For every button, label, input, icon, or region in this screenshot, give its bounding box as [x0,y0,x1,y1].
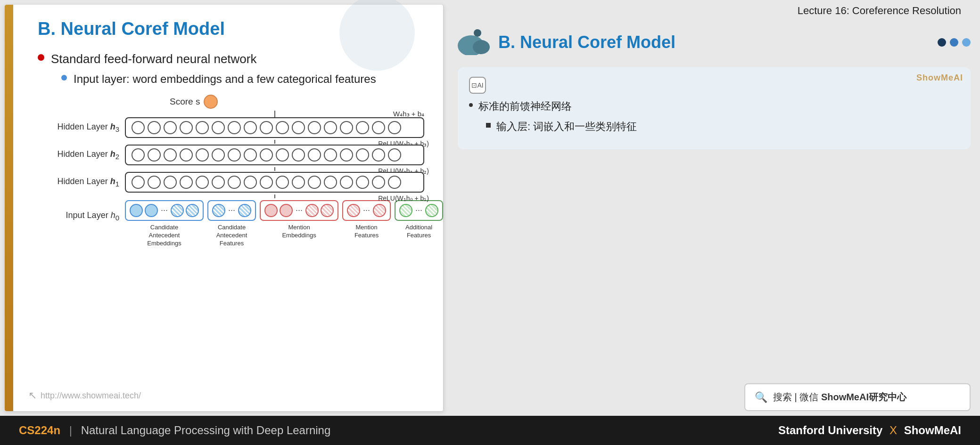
node [212,176,225,189]
node [372,121,385,134]
node [388,176,401,189]
node [132,176,145,189]
node-hatch-blue [186,204,199,217]
node [244,148,257,162]
node [228,121,241,134]
trans-text-1: 标准的前馈神经网络 [478,99,572,114]
node-hatch-green [425,204,438,217]
bullet-blue-dot [61,75,67,81]
node [308,176,321,189]
node-hatch-green [399,204,412,217]
node [228,148,241,162]
search-box[interactable]: 🔍 搜索 | 微信 ShowMeAI研究中心 [744,383,971,411]
lecture-title: Lecture 16: Coreference Resolution [458,5,971,17]
search-icon: 🔍 [755,391,767,404]
node-hatch-pink [347,204,360,217]
nn-diagram: Score s W₄h₃ + b₄ Hidden Layer h3 [38,95,424,248]
footer-left: CS224n | Natural Language Processing wit… [19,424,330,437]
node [180,121,193,134]
layer2-nodes [125,145,424,165]
input-group-4: ··· MentionFeatures [342,200,391,248]
node [356,148,369,162]
search-placeholder: 搜索 | 微信 ShowMeAI研究中心 [773,391,906,404]
node [212,121,225,134]
url-area: ↖ http://www.showmeai.tech/ [28,389,141,402]
node [292,176,305,189]
dots: ··· [415,205,422,215]
dots: ··· [161,205,168,215]
node [196,176,209,189]
node [340,121,353,134]
dots: ··· [296,205,303,215]
right-card-title: B. Neural Coref Model [498,32,675,52]
footer-right: Stanford University X ShowMeAI [778,424,961,437]
input-group-1: ··· CandidateAntecedentEmbeddings [125,200,204,248]
node [164,148,177,162]
node [164,121,177,134]
right-card-header: B. Neural Coref Model [458,24,971,60]
node [292,121,305,134]
node [276,121,289,134]
footer-brand: ShowMeAI [904,424,961,437]
node [276,148,289,162]
node [244,176,257,189]
translation-card: ⊡AI ShowMeAI 标准的前馈神经网络 输入层: 词嵌入和一些类别特征 [458,67,971,149]
bullet-red-dot [38,54,44,61]
node [324,176,337,189]
node-hatch-blue [171,204,184,217]
footer-desc: Natural Language Processing with Deep Le… [81,424,331,437]
node [324,121,337,134]
layer1-nodes [125,172,424,193]
node [324,148,337,162]
group4-label: MentionFeatures [354,224,379,240]
node [356,121,369,134]
input-group-2: ··· CandidateAntecedentFeatures [207,200,256,248]
footer-x: X [889,424,897,437]
node [372,148,385,162]
node-hatch-pink [305,204,319,217]
group3-label: MentionEmbeddings [282,224,316,240]
bullet-blue-text: Input layer: word embeddings and a few c… [74,71,376,87]
node [276,176,289,189]
node-hatch-blue [212,204,225,217]
right-logo-svg [458,29,491,55]
bullet-blue: Input layer: word embeddings and a few c… [61,71,424,87]
dots: ··· [363,205,370,215]
group1-label: CandidateAntecedentEmbeddings [147,224,181,248]
footer-stanford: Stanford University [778,424,882,437]
node [164,176,177,189]
node [260,176,273,189]
node [260,148,273,162]
node [244,121,257,134]
ai-icon-text: ⊡AI [471,81,483,89]
node [388,148,401,162]
input-layer-label: Input Layer h0 [38,200,125,222]
nav-dot-2 [950,38,958,47]
node-blue [145,204,158,217]
trans-text-2: 输入层: 词嵌入和一些类别特征 [496,120,637,134]
score-label: Score s [170,97,200,107]
group2-label: CandidateAntecedentFeatures [216,224,247,248]
layer3-nodes [125,117,424,138]
node [132,148,145,162]
node-hatch-pink [321,204,334,217]
trans-bullet-2: 输入层: 词嵌入和一些类别特征 [486,120,959,134]
ai-icon: ⊡AI [469,77,486,94]
showmeai-badge: ShowMeAI [916,73,963,83]
node [148,121,161,134]
bullet-red-text: Standard feed-forward neural network [51,50,256,67]
url-text: http://www.showmeai.tech/ [41,391,141,401]
input-formula: ReLU(W₁h₀ + b₁) [378,194,429,202]
trans-bullet-1: 标准的前馈神经网络 [469,99,959,114]
score-node [204,95,218,109]
input-groups: ··· CandidateAntecedentEmbeddings ··· [125,200,443,248]
node [148,148,161,162]
nav-dot-1 [938,38,946,47]
node [292,148,305,162]
layer1-row: Hidden Layer h1 [38,172,424,193]
slide-left-bar [5,5,13,411]
node [340,148,353,162]
slide-panel: B. Neural Coref Model Standard feed-forw… [5,5,444,411]
input-layer-row: Input Layer h0 ··· CandidateAntecedentEm… [38,200,424,248]
dots: ··· [228,205,235,215]
